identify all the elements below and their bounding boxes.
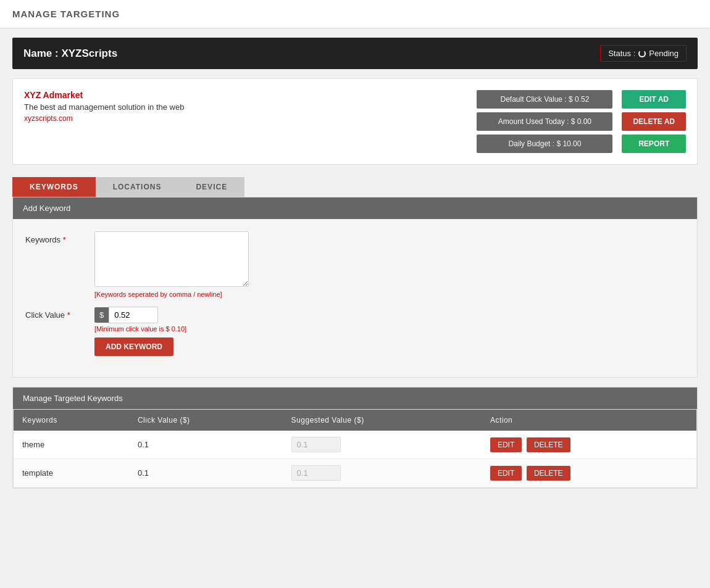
- manage-keywords-panel-title: Manage Targeted Keywords: [23, 394, 123, 403]
- manage-keywords-panel-header: Manage Targeted Keywords: [13, 387, 697, 409]
- click-value-input[interactable]: [109, 307, 158, 323]
- add-keyword-panel-title: Add Keyword: [23, 204, 70, 213]
- name-bar-title: Name : XYZScripts: [23, 48, 117, 60]
- keyword-cell: theme: [14, 431, 129, 459]
- ad-card: XYZ Admarket The best ad management solu…: [12, 78, 698, 165]
- delete-keyword-button[interactable]: DELETE: [527, 466, 570, 481]
- keywords-textarea[interactable]: [94, 231, 249, 287]
- click-value-required-star: *: [67, 310, 70, 320]
- action-cell: EDIT DELETE: [482, 431, 696, 459]
- keywords-label: Keywords *: [25, 231, 87, 244]
- ad-stats: Default Click Value : $ 0.52 Amount Used…: [477, 90, 612, 153]
- amount-used-stat: Amount Used Today : $ 0.00: [477, 112, 612, 131]
- tab-keywords[interactable]: KEYWORDS: [12, 177, 96, 197]
- report-button[interactable]: REPORT: [622, 135, 686, 153]
- tab-locations[interactable]: LOCATIONS: [96, 177, 179, 197]
- add-keyword-panel: Add Keyword Keywords * [Keywords seperat…: [12, 197, 698, 378]
- status-spinner-icon: [638, 50, 646, 57]
- keyword-cell: template: [14, 459, 129, 487]
- delete-keyword-button[interactable]: DELETE: [527, 437, 570, 452]
- ad-url: xyzscripts.com: [24, 114, 477, 123]
- click-value-cell: 0.1: [129, 431, 283, 459]
- table-row: theme 0.1 EDIT DELETE: [14, 431, 696, 459]
- delete-ad-button[interactable]: DELETE AD: [622, 112, 686, 131]
- suggested-value-input[interactable]: [291, 437, 341, 452]
- click-value-input-group: $ [Minimum click value is $ 0.10] ADD KE…: [94, 307, 186, 356]
- table-header-row: Keywords Click Value ($) Suggested Value…: [14, 410, 696, 431]
- currency-prefix: $: [94, 307, 109, 323]
- add-keyword-panel-body: Keywords * [Keywords seperated by comma …: [13, 219, 697, 377]
- manage-keywords-panel: Manage Targeted Keywords Keywords Click …: [12, 387, 698, 489]
- edit-keyword-button[interactable]: EDIT: [490, 466, 522, 481]
- suggested-value-cell: [283, 459, 482, 487]
- suggested-value-cell: [283, 431, 482, 459]
- name-bar: Name : XYZScripts Status : Pending: [12, 38, 698, 69]
- keywords-form-row: Keywords * [Keywords seperated by comma …: [25, 231, 685, 298]
- suggested-value-input[interactable]: [291, 465, 341, 481]
- ad-info: XYZ Admarket The best ad management solu…: [24, 90, 477, 123]
- col-suggested-value: Suggested Value ($): [283, 410, 482, 431]
- page-header: MANAGE TARGETING: [0, 0, 710, 28]
- default-click-stat: Default Click Value : $ 0.52: [477, 90, 612, 109]
- status-label: Status :: [608, 49, 635, 58]
- tab-bar: KEYWORDS LOCATIONS DEVICE: [12, 177, 698, 197]
- keywords-table: Keywords Click Value ($) Suggested Value…: [14, 410, 696, 487]
- ad-name: XYZ Admarket: [24, 90, 477, 100]
- click-value-form-row: Click Value * $ [Minimum click value is …: [25, 307, 685, 356]
- table-row: template 0.1 EDIT DELETE: [14, 459, 696, 487]
- edit-ad-button[interactable]: EDIT AD: [622, 90, 686, 109]
- action-cell: EDIT DELETE: [482, 459, 696, 487]
- daily-budget-stat: Daily Budget : $ 10.00: [477, 135, 612, 153]
- col-click-value: Click Value ($): [129, 410, 283, 431]
- tab-device[interactable]: DEVICE: [178, 177, 244, 197]
- keywords-table-wrapper: Keywords Click Value ($) Suggested Value…: [13, 409, 697, 488]
- col-keywords: Keywords: [14, 410, 129, 431]
- col-action: Action: [482, 410, 696, 431]
- add-keyword-button[interactable]: ADD KEYWORD: [94, 337, 173, 356]
- ad-description: The best ad management solution in the w…: [24, 102, 477, 112]
- main-content: Name : XYZScripts Status : Pending XYZ A…: [0, 28, 710, 507]
- page-title: MANAGE TARGETING: [12, 9, 120, 19]
- status-badge: Status : Pending: [600, 45, 687, 62]
- ad-actions: EDIT AD DELETE AD REPORT: [622, 90, 686, 153]
- keywords-input-group: [Keywords seperated by comma / newline]: [94, 231, 249, 298]
- keywords-required-star: *: [63, 235, 66, 244]
- status-value: Pending: [649, 49, 679, 58]
- edit-keyword-button[interactable]: EDIT: [490, 437, 522, 452]
- click-value-hint: [Minimum click value is $ 0.10]: [94, 325, 186, 333]
- click-value-label: Click Value *: [25, 307, 87, 320]
- click-value-cell: 0.1: [129, 459, 283, 487]
- click-value-input-wrapper: $: [94, 307, 186, 323]
- keywords-hint: [Keywords seperated by comma / newline]: [94, 291, 249, 298]
- add-keyword-panel-header: Add Keyword: [13, 197, 697, 219]
